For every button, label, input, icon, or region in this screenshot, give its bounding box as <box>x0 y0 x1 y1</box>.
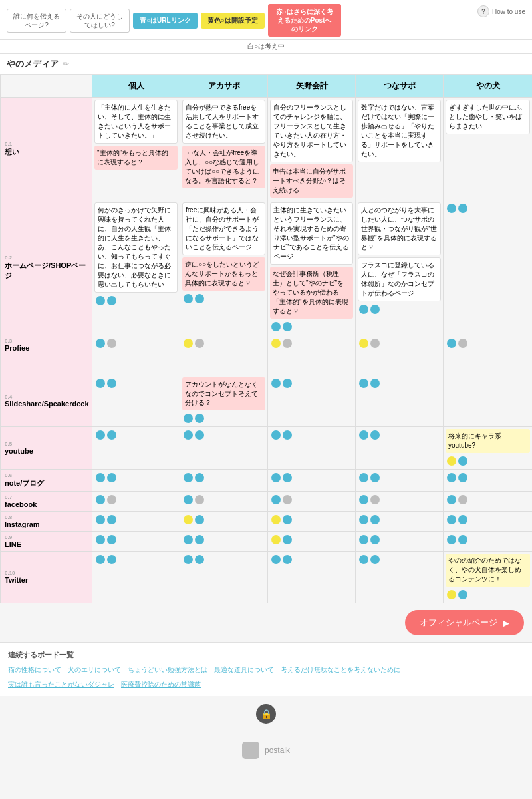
dot <box>370 555 380 564</box>
board-link[interactable]: ちょうどいい勉強方法とは <box>128 665 207 675</box>
dot <box>283 555 292 564</box>
dot <box>359 339 368 348</box>
card: ぎすぎすした世の中にふとした癒やし・笑いをばらまきたい <box>446 100 530 134</box>
row-label-note: note/ブログ <box>5 479 44 487</box>
dot <box>283 535 292 544</box>
main-table: 個人 アカサポ 矢野会計 つなサポ やの犬 0.1 想い 「主体的に人生を生きた… <box>0 75 532 603</box>
dot <box>271 495 281 504</box>
dot <box>359 535 368 544</box>
card: 「主体的に人生を生きたい、そして、主体的に生きたいという人をサポートしていきたい… <box>94 100 178 144</box>
edit-icon[interactable]: ✏ <box>63 59 69 69</box>
row-label-omoi: 想い <box>5 148 19 156</box>
legend-col1: 誰に何を伝えるページ? <box>7 9 66 33</box>
dot <box>359 515 368 524</box>
page-wrapper: 誰に何を伝えるページ? その人にどうしてほしい? 青○はURLリンク 黄色○は開… <box>0 0 532 768</box>
card-pink: アカウントがなんとなくなのでコンセプト考えて分ける？ <box>182 377 265 410</box>
dot-teal <box>195 294 204 303</box>
dot <box>359 555 368 564</box>
dot <box>184 495 193 504</box>
dot <box>195 414 204 423</box>
dot <box>447 590 456 599</box>
row-omoi: 0.1 想い 「主体的に人生を生きたい、そして、主体的に生きたいという人をサポー… <box>1 98 533 200</box>
howto-icon: ? <box>477 5 489 17</box>
dot <box>96 339 105 348</box>
dot <box>184 555 193 564</box>
dot-teal <box>271 322 281 331</box>
board-link[interactable]: 猫の性格について <box>8 665 61 675</box>
dot <box>195 430 204 440</box>
dot <box>195 535 204 544</box>
card: 何かのきっかけで矢野に興味を持ってくれた人に、自分の人生観「主体的に人生を生きた… <box>94 202 178 293</box>
official-page-button[interactable]: オフィシャルページ ▶ <box>405 610 524 635</box>
page-title-area: やのメディア ✏ <box>0 54 532 75</box>
lock-icon: 🔒 <box>256 704 276 724</box>
row-label-line: LINE <box>5 540 21 548</box>
board-link[interactable]: 犬のエサについて <box>68 665 121 675</box>
footer: postalk <box>0 732 532 768</box>
dot <box>195 515 204 524</box>
col-header-tsunasapo: つなサポ <box>356 75 444 98</box>
dot <box>283 379 292 388</box>
row-twitter: 0.10 Twitter <box>1 552 533 603</box>
dot <box>458 535 467 544</box>
dot <box>458 456 467 466</box>
board-link[interactable]: 考えるだけ無駄なことを考えないために <box>281 665 400 675</box>
dot <box>447 515 456 524</box>
dot <box>458 339 467 348</box>
row-label-youtube: youtube <box>5 447 33 455</box>
row-youtube: 0.5 youtube <box>1 427 533 470</box>
col-header-yanoinu: やの犬 <box>444 75 533 98</box>
dot <box>458 515 467 524</box>
card: 自分のフリーランスとしてのチャレンジを軸に、フリーランスとして生きていきたい人の… <box>270 100 353 162</box>
board-links-row2: 実は誰も言ったことがないダジャレ 医療費控除のための常識菌 <box>8 680 524 689</box>
card: 数字だけではない、言葉だけではない「実際に一歩踏み出せる」「やりたいことを本当に… <box>358 100 441 162</box>
board-link[interactable]: 実は誰も言ったことがないダジャレ <box>8 680 114 689</box>
dot <box>96 473 105 482</box>
card-yellow: 将来的にキャラ系youtube? <box>446 429 530 453</box>
col-header-akasapo: アカサポ <box>180 75 268 98</box>
card: フラスコに登録している人に、なぜ「フラスコの休憩所」なのかコンセプトが伝わるペー… <box>358 257 441 301</box>
dot <box>271 379 281 388</box>
dot <box>370 430 380 440</box>
dot <box>184 535 193 544</box>
dot <box>283 515 292 524</box>
dot <box>447 456 456 466</box>
dot <box>107 555 116 564</box>
dot <box>96 379 105 388</box>
footer-logo <box>242 742 259 759</box>
row-spacer <box>1 355 533 375</box>
row-slideshare: 0.4 Slideshare/Speakerdeck アカウントがなんとなくなの… <box>1 375 533 427</box>
boards-title: 連続するボード一覧 <box>8 650 524 660</box>
card-pink: "主体的"をもっと具体的に表現すると？ <box>94 146 178 170</box>
dot <box>447 473 456 482</box>
row-label-profiee: Profiee <box>5 344 29 352</box>
dot <box>447 495 456 504</box>
row-line: 0.9 LINE <box>1 532 533 552</box>
dot <box>184 414 193 423</box>
board-link[interactable]: 最適な道具について <box>214 665 274 675</box>
dot <box>271 535 281 544</box>
card-pink: ○○な人・会社がfreeを導入し、○○な感じで運用していけば○○できるようになる… <box>182 146 265 188</box>
dot <box>96 555 105 564</box>
dot <box>283 430 292 440</box>
dot <box>107 379 116 388</box>
dot <box>370 515 380 524</box>
legend-yellow: 黄色○は開設予定 <box>201 13 265 29</box>
dots-row <box>94 295 178 307</box>
row-homepage: 0.2 ホームページ/SHOPページ 何かのきっかけで矢野に興味を持ってくれた人… <box>1 200 533 335</box>
dot <box>283 495 292 504</box>
dot <box>458 590 467 599</box>
dot <box>359 379 368 388</box>
row-note: 0.6 note/ブログ <box>1 470 533 492</box>
board-link[interactable]: 医療費控除のための常識菌 <box>121 680 201 689</box>
col-header-yano: 矢野会計 <box>268 75 356 98</box>
dot <box>195 495 204 504</box>
dot <box>370 379 380 388</box>
dot <box>271 473 281 482</box>
legend-col2: その人にどうしてほしい? <box>70 9 130 33</box>
arrow-icon: ▶ <box>503 618 509 628</box>
dot-teal <box>458 204 467 213</box>
dot <box>195 339 204 348</box>
howto-button[interactable]: ? How to use <box>477 5 525 17</box>
footer-brand: postalk <box>265 746 290 755</box>
